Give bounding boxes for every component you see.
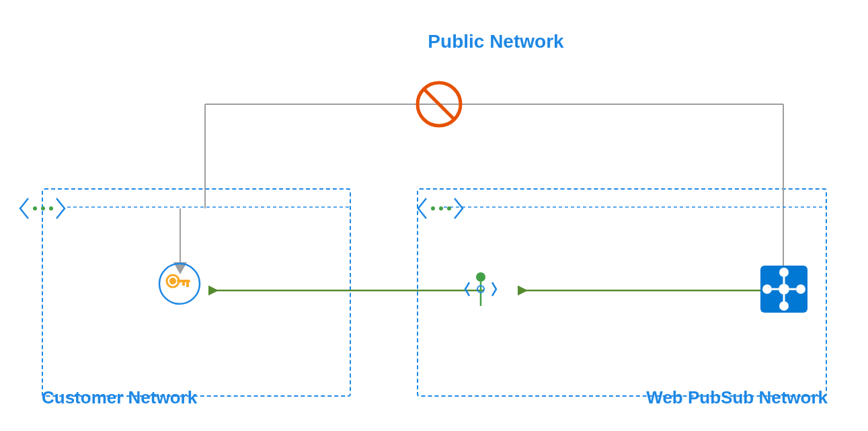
svg-point-16 <box>447 206 451 210</box>
svg-point-14 <box>431 206 435 210</box>
svg-point-17 <box>159 264 200 304</box>
svg-point-12 <box>41 206 45 210</box>
left-connector-icon <box>15 195 69 222</box>
svg-line-10 <box>424 89 454 119</box>
svg-point-28 <box>779 268 789 277</box>
svg-point-19 <box>169 278 176 284</box>
diagram-container: Public Network Customer Network Web PubS… <box>0 0 868 431</box>
web-pubsub-icon <box>760 266 807 313</box>
svg-rect-22 <box>182 282 185 286</box>
svg-point-23 <box>476 272 485 282</box>
svg-point-29 <box>796 284 805 294</box>
key-icon <box>158 262 201 305</box>
svg-point-15 <box>439 206 443 210</box>
svg-point-31 <box>762 284 772 294</box>
public-network-label: Public Network <box>416 31 576 52</box>
mid-connector-icon <box>413 195 467 222</box>
svg-rect-21 <box>186 282 189 287</box>
svg-point-30 <box>779 301 789 311</box>
network-node-icon <box>464 272 498 313</box>
blocked-icon <box>416 81 463 128</box>
svg-rect-20 <box>177 280 190 282</box>
svg-point-13 <box>49 206 53 210</box>
svg-point-11 <box>33 206 37 210</box>
svg-point-27 <box>779 284 789 295</box>
